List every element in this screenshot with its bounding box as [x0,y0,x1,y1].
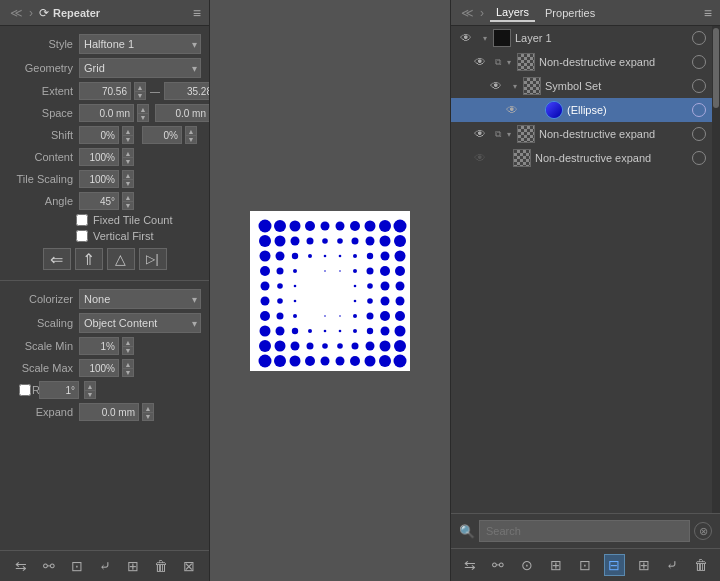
space-down-1[interactable]: ▼ [137,113,149,122]
toolbar-btn-6[interactable]: 🗑 [150,555,172,577]
layer-expand-icon[interactable]: ▾ [507,130,511,139]
right-toolbar-btn-7[interactable]: ⊞ [633,554,654,576]
center-canvas [210,0,450,581]
layer-item[interactable]: 👁 ▾ Layer 1 [451,26,712,50]
scaling-select[interactable]: Object Content [79,313,201,333]
right-nav-forward-icon[interactable]: › [478,6,486,20]
right-toolbar-btn-3[interactable]: ⊙ [517,554,538,576]
layer-link-icon[interactable]: ⧉ [489,125,507,143]
scale-min-row: Scale Min ▲ ▼ [0,335,209,357]
right-toolbar-btn-4[interactable]: ⊞ [546,554,567,576]
toolbar-btn-1[interactable]: ⇆ [10,555,32,577]
shift-down-1[interactable]: ▼ [122,135,134,144]
tab-layers[interactable]: Layers [490,4,535,22]
tile-scaling-input[interactable] [79,170,119,188]
search-clear-button[interactable]: ⊗ [694,522,712,540]
shift-input-1[interactable] [79,126,119,144]
expand-down[interactable]: ▼ [142,412,154,421]
layer-item[interactable]: 👁 ▾ Symbol Set [451,74,712,98]
right-panel-menu-icon[interactable]: ≡ [704,5,712,21]
scale-max-down[interactable]: ▼ [122,368,134,377]
layer-circle[interactable] [692,127,706,141]
layer-circle[interactable] [692,55,706,69]
extent-up-1[interactable]: ▲ [134,82,146,91]
layer-item[interactable]: 👁 ⧉ ▾ Non-destructive expand [451,50,712,74]
flip-h-button[interactable]: ⇐ [43,248,71,270]
toolbar-btn-3[interactable]: ⊡ [66,555,88,577]
content-input[interactable] [79,148,119,166]
angle-down[interactable]: ▼ [122,201,134,210]
layer-visibility-icon[interactable]: 👁 [471,53,489,71]
flip-v-button[interactable]: ⇑ [75,248,103,270]
shift-up-2[interactable]: ▲ [185,126,197,135]
rotate-ccw-button[interactable]: ▷| [139,248,167,270]
layer-visibility-icon[interactable]: 👁 [487,77,505,95]
rotate-cw-button[interactable]: △ [107,248,135,270]
scale-max-input[interactable] [79,359,119,377]
svg-point-46 [396,281,405,290]
content-down[interactable]: ▼ [122,157,134,166]
tile-scaling-down[interactable]: ▼ [122,179,134,188]
shift-down-2[interactable]: ▼ [185,135,197,144]
content-up[interactable]: ▲ [122,148,134,157]
right-toolbar-btn-2[interactable]: ⚯ [488,554,509,576]
colorizer-select[interactable]: None [79,289,201,309]
toolbar-btn-4[interactable]: ⤶ [94,555,116,577]
scale-max-up[interactable]: ▲ [122,359,134,368]
expand-input[interactable] [79,403,139,421]
layer-circle[interactable] [692,103,706,117]
shift-up-1[interactable]: ▲ [122,126,134,135]
layer-circle[interactable] [692,151,706,165]
right-toolbar-btn-1[interactable]: ⇆ [459,554,480,576]
layer-expand-icon[interactable]: ▾ [483,34,487,43]
layer-circle[interactable] [692,31,706,45]
layer-visibility-icon[interactable]: 👁 [457,29,475,47]
layer-item[interactable]: 👁 (Ellipse) [451,98,712,122]
right-toolbar-btn-6[interactable]: ⊟ [604,554,625,576]
toolbar-btn-5[interactable]: ⊞ [122,555,144,577]
scale-min-up[interactable]: ▲ [122,337,134,346]
scrollbar-thumb[interactable] [713,28,719,108]
geometry-select[interactable]: Grid [79,58,201,78]
right-nav-back-icon[interactable]: ≪ [459,6,476,20]
layer-visibility-icon[interactable]: 👁 [503,101,521,119]
vertical-first-checkbox[interactable] [76,230,88,242]
rotation-input[interactable] [39,381,79,399]
right-toolbar-btn-8[interactable]: ⤶ [662,554,683,576]
layer-item[interactable]: 👁 ⧉ ▾ Non-destructive expand [451,122,712,146]
scale-min-input[interactable] [79,337,119,355]
layer-visibility-icon[interactable]: 👁 [471,149,489,167]
expand-up[interactable]: ▲ [142,403,154,412]
scale-min-down[interactable]: ▼ [122,346,134,355]
rotation-up[interactable]: ▲ [84,381,96,390]
right-toolbar-btn-9[interactable]: 🗑 [691,554,712,576]
space-input-1[interactable] [79,104,134,122]
search-input[interactable] [479,520,690,542]
angle-up[interactable]: ▲ [122,192,134,201]
tile-scaling-up[interactable]: ▲ [122,170,134,179]
layer-expand-icon[interactable]: ▾ [507,58,511,67]
panel-menu-icon[interactable]: ≡ [193,5,201,21]
space-input-2[interactable] [155,104,209,122]
rotation-checkbox[interactable] [19,384,31,396]
angle-input[interactable] [79,192,119,210]
layer-circle[interactable] [692,79,706,93]
extent-input-1[interactable] [79,82,131,100]
extent-down-1[interactable]: ▼ [134,91,146,100]
layer-visibility-icon[interactable]: 👁 [471,125,489,143]
fixed-tile-count-checkbox[interactable] [76,214,88,226]
right-toolbar-btn-5[interactable]: ⊡ [575,554,596,576]
rotation-down[interactable]: ▼ [84,390,96,399]
nav-forward-icon[interactable]: › [27,6,35,20]
tab-properties[interactable]: Properties [539,5,601,21]
extent-input-2[interactable] [164,82,209,100]
layer-item[interactable]: 👁 Non-destructive expand [451,146,712,170]
toolbar-btn-2[interactable]: ⚯ [38,555,60,577]
nav-back-icon[interactable]: ≪ [8,6,25,20]
layer-expand-icon[interactable]: ▾ [513,82,517,91]
shift-input-2[interactable] [142,126,182,144]
layer-link-icon[interactable]: ⧉ [489,53,507,71]
style-select[interactable]: Halftone 1 [79,34,201,54]
toolbar-btn-7[interactable]: ⊠ [178,555,200,577]
space-up-1[interactable]: ▲ [137,104,149,113]
